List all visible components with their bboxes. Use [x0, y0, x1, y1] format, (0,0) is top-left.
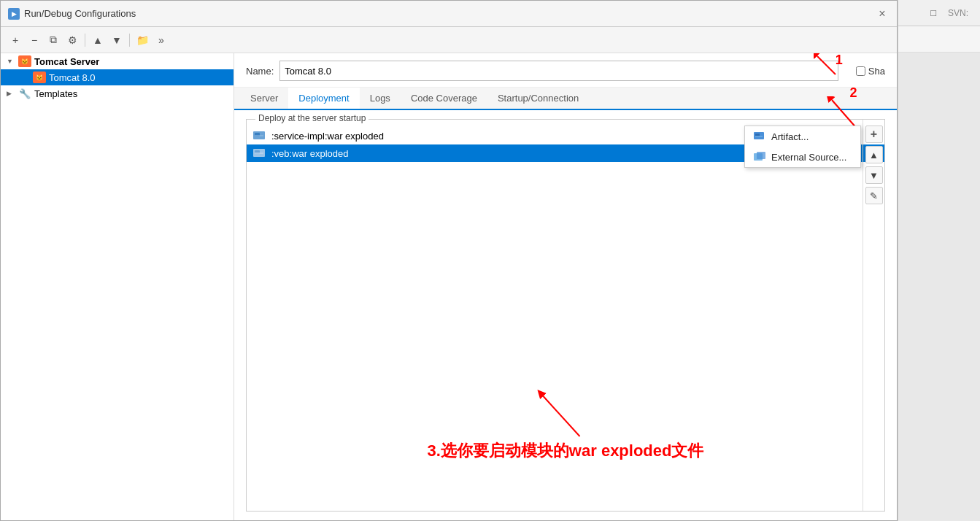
add-config-button[interactable]: +: [7, 31, 24, 49]
deploy-section: Deploy at the server startup: [246, 119, 885, 512]
move-up-deploy-button[interactable]: ▲: [865, 146, 883, 163]
ide-minimize-btn[interactable]: □: [930, 7, 936, 18]
main-area: Deploy at the server startup: [234, 110, 897, 520]
deploy-item-2-label: :veb:war exploded: [271, 148, 349, 159]
remove-config-button[interactable]: −: [26, 31, 43, 49]
tree-item-templates[interactable]: ▶ 🔧 Templates: [1, 85, 234, 101]
svg-rect-2: [255, 135, 263, 136]
tree-item-tomcat-server-label: Tomcat Server: [34, 56, 99, 67]
svg-rect-10: [757, 152, 765, 159]
left-panel: ▼ 🐱 Tomcat Server 🐱 Tomcat 8.0 ▶ 🔧 Templ…: [1, 53, 234, 520]
annotation-2: 2: [849, 85, 857, 101]
close-button[interactable]: ×: [875, 7, 890, 21]
tabs-bar: Server Deployment Logs Code Coverage Sta…: [234, 88, 897, 110]
tomcat-server-icon: 🐱: [18, 55, 31, 67]
name-row: Name: 1 Sha: [234, 53, 897, 88]
name-input[interactable]: [279, 61, 838, 81]
tree-item-tomcat-server[interactable]: ▼ 🐱 Tomcat Server: [1, 53, 234, 69]
expand-icon: ▼: [7, 58, 17, 65]
svg-rect-8: [755, 136, 763, 137]
more-button[interactable]: »: [153, 31, 170, 49]
artifact-icon-2: [252, 147, 267, 159]
tree-item-tomcat-80-label: Tomcat 8.0: [49, 72, 96, 83]
edit-deploy-button[interactable]: ✎: [865, 187, 883, 204]
annotation-1: 1: [836, 53, 843, 68]
external-source-menu-icon: [754, 151, 765, 163]
ide-edge: □ SVN:: [898, 0, 980, 521]
popup-item-artifact[interactable]: Artifact...: [745, 126, 860, 147]
tomcat-80-icon: 🐱: [33, 72, 46, 83]
copy-config-button[interactable]: ⧉: [45, 31, 62, 49]
toolbar-separator: [85, 34, 85, 47]
templates-icon: 🔧: [18, 88, 31, 99]
share-area: Sha: [856, 66, 885, 77]
popup-artifact-label: Artifact...: [771, 131, 809, 142]
toolbar: + − ⧉ ⚙ ▲ ▼ 📁 »: [1, 27, 897, 53]
artifact-icon-1: [252, 130, 267, 142]
move-down-button[interactable]: ▼: [108, 31, 126, 49]
add-deploy-button[interactable]: +: [865, 126, 883, 143]
svg-rect-5: [255, 153, 263, 154]
popup-item-external-source[interactable]: External Source...: [745, 147, 860, 167]
move-down-deploy-button[interactable]: ▼: [865, 166, 883, 184]
deploy-item-1-label: :service-impl:war exploded: [271, 131, 384, 142]
deploy-legend: Deploy at the server startup: [255, 113, 369, 123]
tree-item-templates-label: Templates: [34, 88, 77, 99]
run-debug-icon: ▶: [8, 8, 20, 20]
tab-deployment[interactable]: Deployment: [288, 88, 359, 110]
content-area: ▼ 🐱 Tomcat Server 🐱 Tomcat 8.0 ▶ 🔧 Templ…: [1, 53, 897, 520]
tree-item-tomcat-80[interactable]: 🐱 Tomcat 8.0: [1, 69, 234, 85]
dialog-titlebar: ▶ Run/Debug Configurations ×: [1, 1, 897, 27]
folder-button[interactable]: 📁: [134, 31, 151, 49]
settings-button[interactable]: ⚙: [63, 31, 81, 49]
name-label: Name:: [246, 66, 274, 77]
dialog-title-text: Run/Debug Configurations: [24, 8, 136, 19]
artifact-menu-icon: [754, 131, 765, 142]
tab-logs[interactable]: Logs: [360, 88, 401, 110]
expand-icon-templates: ▶: [7, 90, 17, 97]
ide-toolbar: [898, 26, 980, 53]
popup-external-label: External Source...: [771, 152, 846, 163]
ide-edge-top: □ SVN:: [898, 0, 980, 26]
toolbar-separator-2: [129, 34, 130, 47]
right-panel: Name: 1 Sha: [234, 53, 897, 520]
tab-server[interactable]: Server: [240, 88, 288, 110]
move-up-button[interactable]: ▲: [89, 31, 107, 49]
tab-startup-connection[interactable]: Startup/Connection: [487, 88, 589, 110]
popup-menu: Artifact... External Source...: [744, 126, 861, 168]
share-label: Sha: [868, 66, 885, 77]
tab-code-coverage[interactable]: Code Coverage: [401, 88, 487, 110]
ide-svn-label: SVN:: [942, 2, 974, 24]
deploy-list: :service-impl:war exploded: [247, 127, 884, 511]
dialog-title: ▶ Run/Debug Configurations: [8, 8, 136, 20]
side-buttons: + 2 ▲: [863, 120, 884, 511]
